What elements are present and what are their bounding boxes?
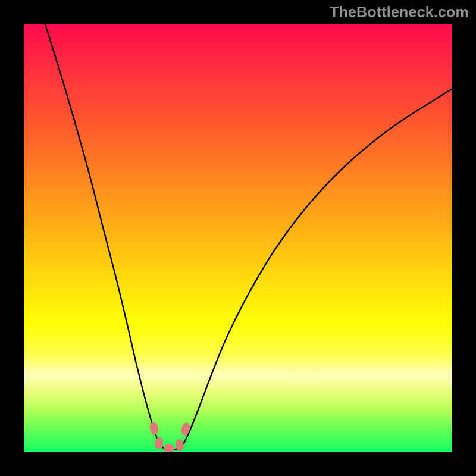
bottleneck-chart <box>24 24 452 452</box>
marker-mid-bottom <box>164 444 174 452</box>
curve-markers <box>149 421 192 452</box>
marker-right-top <box>180 422 192 437</box>
watermark-text: TheBottleneck.com <box>330 4 469 21</box>
bottleneck-curve <box>45 24 452 450</box>
marker-left-top <box>149 421 159 436</box>
chart-frame <box>24 24 452 452</box>
